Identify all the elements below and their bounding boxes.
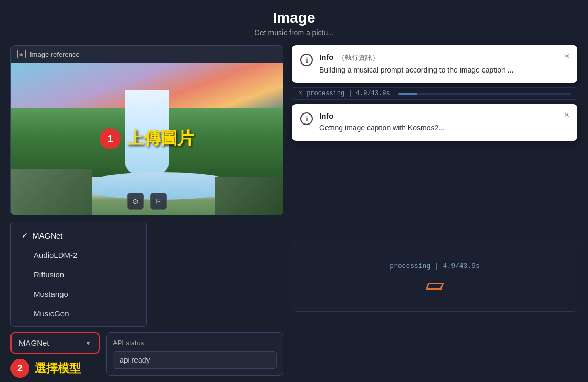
toast-1-title-cn: （執行資訊） <box>338 54 379 61</box>
processing-rhombus-icon <box>425 283 444 290</box>
api-status-panel: API status api ready <box>106 332 284 376</box>
select-arrow-icon: ▼ <box>85 339 91 347</box>
left-panel: ⊞ Image reference 1 上傳圖片 ⊙ <box>10 45 284 382</box>
processing-icon-area <box>303 283 566 290</box>
api-status-label: API status <box>113 339 277 347</box>
image-reference-label: Image reference <box>30 50 80 58</box>
right-panel: ℹ Info （執行資訊） Building a musical prompt … <box>292 45 578 382</box>
upload-badge: 1 上傳圖片 <box>100 127 194 150</box>
step1-badge: 1 <box>100 128 121 149</box>
image-reference-box: ⊞ Image reference 1 上傳圖片 ⊙ <box>10 45 284 215</box>
processing-text-1: processing | 4.9/43.9s <box>307 90 390 97</box>
dropdown-item-label: Riffusion <box>34 270 64 279</box>
dropdown-item-label: MusicGen <box>34 309 69 318</box>
progress-fill-1 <box>398 93 417 95</box>
waterfall-image: 1 上傳圖片 ⊙ ⎘ <box>11 63 283 215</box>
dropdown-item-musicgen[interactable]: MusicGen <box>11 304 146 323</box>
toast-2-content: Info Getting image caption with Kosmos2.… <box>319 111 558 133</box>
clipboard-button[interactable]: ⎘ <box>150 193 167 210</box>
page-header: Image Get music from a pictu... <box>0 0 588 40</box>
waterfall-rock-right <box>215 177 284 215</box>
dropdown-item-label: MAGNet <box>33 231 63 240</box>
page-subtitle: Get music from a pictu... <box>0 28 588 37</box>
upload-text: 上傳圖片 <box>127 127 194 150</box>
toast-2: ℹ Info Getting image caption with Kosmos… <box>292 104 578 141</box>
image-bottom-icons: ⊙ ⎘ <box>127 193 167 210</box>
toast-2-message: Getting image caption with Kosmos2... <box>319 122 558 133</box>
camera-button[interactable]: ⊙ <box>127 193 144 210</box>
processing-box: processing | 4.9/43.9s <box>292 241 578 312</box>
model-select-box[interactable]: MAGNet ▼ <box>10 332 100 354</box>
waterfall-rock-left <box>11 169 92 215</box>
model-selector-row: MAGNet ▼ 2 選擇模型 API status api ready <box>10 332 284 378</box>
dropdown-item-mustango[interactable]: Mustango <box>11 284 146 304</box>
dropdown-item-riffusion[interactable]: Riffusion <box>11 265 146 284</box>
processing-bar-1: × processing | 4.9/43.9s <box>292 87 578 100</box>
select-label-text: 選擇模型 <box>35 360 81 376</box>
api-status-value: api ready <box>113 351 277 369</box>
model-dropdown-menu: ✓ MAGNet AudioLDM-2 Riffusion Mustango M… <box>10 222 147 327</box>
checkmark-icon: ✓ <box>22 231 28 240</box>
main-layout: ⊞ Image reference 1 上傳圖片 ⊙ <box>0 40 588 382</box>
processing-text: processing | 4.9/43.9s <box>303 262 566 270</box>
dropdown-item-audioldm2[interactable]: AudioLDM-2 <box>11 245 146 265</box>
toast-1-message: Building a musical prompt according to t… <box>319 65 558 76</box>
step2-badge: 2 <box>10 359 29 378</box>
clipboard-icon: ⎘ <box>156 197 161 205</box>
page-title: Image <box>0 9 588 26</box>
toast-1-close-button[interactable]: × <box>564 51 569 61</box>
info-icon-1: ℹ <box>300 54 313 66</box>
close-x-small: × <box>299 90 302 97</box>
toast-2-title: Info <box>319 111 558 120</box>
toast-1-title: Info （執行資訊） <box>319 53 558 63</box>
camera-icon: ⊙ <box>132 197 139 205</box>
dropdown-item-label: Mustango <box>34 290 68 298</box>
info-icon-2: ℹ <box>300 112 313 125</box>
toast-1-content: Info （執行資訊） Building a musical prompt ac… <box>319 53 558 76</box>
dropdown-item-magnet-1[interactable]: ✓ MAGNet <box>11 225 146 245</box>
toast-2-close-button[interactable]: × <box>564 110 569 120</box>
image-ref-icon: ⊞ <box>17 50 26 58</box>
model-select-text: MAGNet <box>19 338 80 347</box>
image-reference-header: ⊞ Image reference <box>11 46 283 63</box>
dropdown-item-label: AudioLDM-2 <box>34 251 77 260</box>
toast-1: ℹ Info （執行資訊） Building a musical prompt … <box>292 45 578 83</box>
model-label-badge: 2 選擇模型 <box>10 359 100 378</box>
